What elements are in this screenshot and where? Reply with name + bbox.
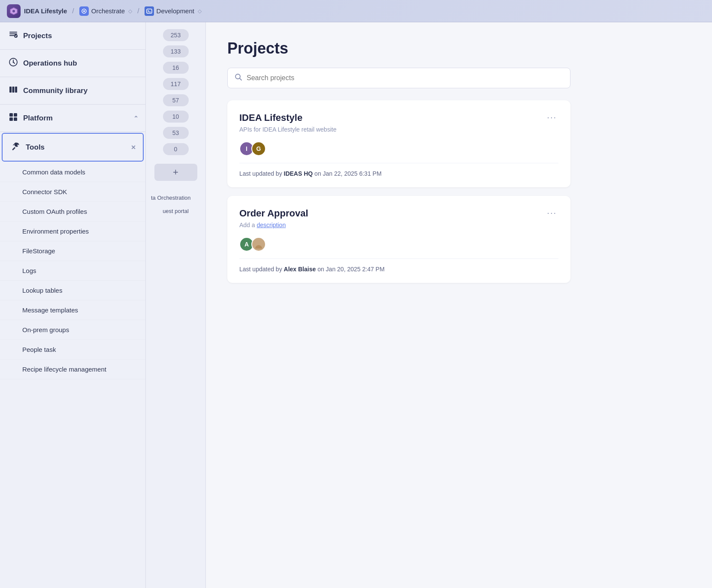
list-text-2: uest portal [157, 204, 194, 218]
sidebar: Projects Operations hub Community li [0, 22, 146, 588]
card-title-1: IDEA Lifestyle [239, 112, 302, 123]
community-library-icon [9, 85, 18, 96]
main-layout: Projects Operations hub Community li [0, 22, 712, 588]
avatar-G: G [251, 141, 266, 156]
orchestrate-icon [79, 6, 89, 16]
topbar-orchestrate[interactable]: Orchestrate ◇ [79, 6, 132, 16]
platform-icon [9, 112, 18, 124]
topbar-development[interactable]: Development ◇ [145, 6, 202, 16]
app-name: IDEA Lifestyle [24, 7, 67, 15]
card-more-button-2[interactable]: ··· [545, 208, 558, 218]
sidebar-item-platform[interactable]: Platform ⌃ [0, 105, 145, 132]
projects-icon [9, 30, 18, 42]
middle-panel: 253 133 16 117 57 10 53 0 + ta Orchestra… [146, 22, 206, 588]
tools-label: Tools [26, 143, 45, 152]
submenu-lookup-tables[interactable]: Lookup tables [0, 281, 145, 300]
project-card-idea-lifestyle: IDEA Lifestyle ··· APIs for IDEA Lifesty… [227, 100, 570, 187]
description-link[interactable]: description [256, 222, 286, 228]
badge-117: 117 [163, 78, 189, 90]
card-desc-2: Add a description [239, 222, 558, 228]
orchestrate-chevron: ◇ [128, 8, 132, 14]
projects-label: Projects [23, 32, 52, 40]
card-more-button-1[interactable]: ··· [545, 112, 558, 122]
svg-point-15 [256, 241, 261, 245]
submenu-on-prem-groups[interactable]: On-prem groups [0, 320, 145, 340]
separator-1: / [72, 7, 74, 15]
svg-rect-8 [12, 87, 15, 93]
main-content: Projects IDEA Lifestyle ··· APIs for IDE… [206, 22, 712, 588]
sidebar-item-projects[interactable]: Projects [0, 22, 145, 50]
badge-16: 16 [163, 62, 189, 74]
card-footer-1: Last updated by IDEAS HQ on Jan 22, 2025… [239, 170, 558, 177]
card-desc-1: APIs for IDEA Lifestyle retail website [239, 126, 558, 133]
operations-hub-label: Operations hub [23, 59, 77, 68]
tools-submenu: Common data models Connector SDK Custom … [0, 162, 145, 379]
card-footer-2: Last updated by Alex Blaise on Jan 20, 2… [239, 266, 558, 273]
sidebar-item-community-library[interactable]: Community library [0, 77, 145, 105]
svg-point-6 [13, 62, 14, 63]
svg-rect-13 [14, 117, 17, 121]
operations-hub-icon [9, 57, 18, 69]
submenu-logs[interactable]: Logs [0, 261, 145, 281]
svg-point-14 [235, 74, 240, 79]
tools-icon [11, 141, 21, 153]
svg-rect-11 [14, 113, 17, 117]
submenu-message-templates[interactable]: Message templates [0, 300, 145, 320]
svg-rect-9 [15, 87, 17, 93]
submenu-common-data-models[interactable]: Common data models [0, 162, 145, 182]
card-title-2: Order Approval [239, 208, 308, 219]
submenu-connector-sdk[interactable]: Connector SDK [0, 182, 145, 202]
badge-10: 10 [163, 111, 189, 123]
submenu-people-task[interactable]: People task [0, 340, 145, 360]
community-library-label: Community library [23, 87, 87, 95]
svg-rect-12 [9, 117, 13, 121]
app-icon [7, 4, 21, 18]
submenu-filestorage[interactable]: FileStorage [0, 241, 145, 261]
card-avatars-2: A [239, 237, 558, 252]
list-text-1: ta Orchestration [146, 191, 205, 204]
avatar-photo [251, 237, 266, 252]
badge-53: 53 [163, 127, 189, 139]
add-button[interactable]: + [154, 164, 197, 181]
page-title: Projects [227, 39, 691, 57]
search-bar[interactable] [227, 68, 570, 88]
development-icon [145, 6, 154, 16]
card-header-2: Order Approval ··· [239, 208, 558, 219]
search-icon [235, 73, 242, 83]
svg-point-1 [12, 10, 15, 12]
orchestrate-label: Orchestrate [91, 7, 125, 15]
development-label: Development [157, 7, 194, 15]
badge-57: 57 [163, 94, 189, 106]
card-header-1: IDEA Lifestyle ··· [239, 112, 558, 123]
badge-133: 133 [163, 45, 189, 57]
submenu-environment-properties[interactable]: Environment properties [0, 222, 145, 241]
development-chevron: ◇ [198, 8, 202, 14]
svg-rect-10 [9, 113, 13, 117]
sidebar-item-tools[interactable]: Tools ✕ [2, 133, 144, 162]
badge-253: 253 [163, 29, 189, 41]
platform-chevron: ⌃ [133, 115, 139, 122]
badge-0: 0 [163, 143, 189, 155]
card-divider-1 [239, 163, 558, 163]
sidebar-item-operations-hub[interactable]: Operations hub [0, 50, 145, 77]
separator-2: / [137, 7, 139, 15]
svg-rect-4 [147, 9, 152, 13]
search-input[interactable] [247, 74, 563, 82]
svg-rect-7 [9, 87, 12, 93]
submenu-recipe-lifecycle[interactable]: Recipe lifecycle management [0, 360, 145, 379]
card-divider-2 [239, 258, 558, 259]
submenu-custom-oauth[interactable]: Custom OAuth profiles [0, 202, 145, 222]
svg-point-3 [83, 10, 85, 12]
project-card-order-approval: Order Approval ··· Add a description A L… [227, 196, 570, 283]
topbar: IDEA Lifestyle / Orchestrate ◇ / Develop… [0, 0, 712, 22]
platform-label: Platform [23, 114, 53, 123]
card-avatars-1: I G [239, 141, 558, 156]
tools-chevron: ✕ [131, 144, 136, 151]
